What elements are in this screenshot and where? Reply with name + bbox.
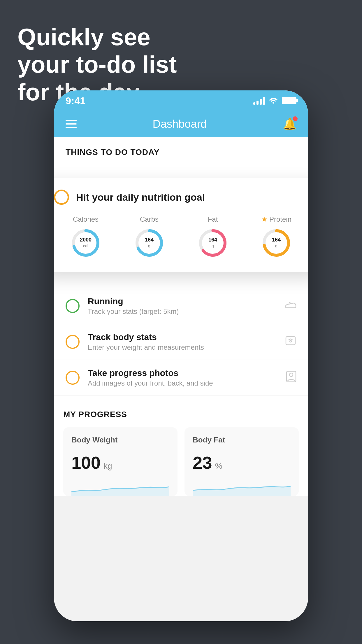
svg-text:164: 164 <box>272 237 281 243</box>
carbs-item: Carbs 164 g <box>133 215 165 259</box>
things-to-do-title: THINGS TO DO TODAY <box>54 137 308 163</box>
status-icons <box>253 96 296 106</box>
body-fat-card: Body Fat 23 % <box>184 427 299 496</box>
signal-icon <box>253 97 265 105</box>
body-fat-title: Body Fat <box>193 435 291 444</box>
carbs-chart: 164 g <box>133 227 165 259</box>
todo-item-running[interactable]: Running Track your stats (target: 5km) <box>54 288 308 324</box>
notification-bell-icon[interactable]: 🔔 <box>283 118 296 130</box>
calories-label: Calories <box>73 215 99 223</box>
svg-point-19 <box>289 373 293 377</box>
calories-chart: 2000 cal <box>70 227 102 259</box>
svg-text:2000: 2000 <box>80 237 92 243</box>
body-fat-value: 23 % <box>193 453 291 473</box>
battery-icon <box>282 97 296 104</box>
app-header: Dashboard 🔔 <box>54 111 308 137</box>
svg-text:164: 164 <box>145 237 154 243</box>
todo-list: Running Track your stats (target: 5km) T… <box>54 288 308 396</box>
nutrition-card-title: Hit your daily nutrition goal <box>76 192 205 203</box>
scale-icon <box>285 335 296 348</box>
progress-section-title: MY PROGRESS <box>63 410 299 419</box>
body-weight-value: 100 kg <box>71 453 169 473</box>
running-name: Running <box>88 296 277 306</box>
status-bar: 9:41 <box>54 90 308 111</box>
wifi-icon <box>268 96 278 106</box>
menu-icon[interactable] <box>66 120 77 128</box>
notification-dot <box>293 116 298 121</box>
running-check-circle[interactable] <box>66 299 80 313</box>
photos-desc: Add images of your front, back, and side <box>88 379 278 387</box>
running-shoe-icon <box>285 300 296 312</box>
app-content: THINGS TO DO TODAY Hit your daily nutrit… <box>54 137 308 496</box>
person-photo-icon <box>286 371 296 385</box>
calories-item: Calories 2000 cal <box>70 215 102 259</box>
carbs-label: Carbs <box>140 215 159 223</box>
svg-text:g: g <box>275 244 277 248</box>
fat-label: Fat <box>208 215 218 223</box>
running-desc: Track your stats (target: 5km) <box>88 307 277 316</box>
body-stats-check-circle[interactable] <box>66 335 80 349</box>
nutrition-card: Hit your daily nutrition goal Calories 2… <box>54 178 308 272</box>
nutrition-check-circle[interactable] <box>54 190 69 205</box>
body-fat-unit: % <box>215 461 222 471</box>
body-stats-text: Track body stats Enter your weight and m… <box>88 332 277 351</box>
nutrition-macros: Calories 2000 cal Carbs 164 g <box>54 215 308 259</box>
photos-name: Take progress photos <box>88 368 278 378</box>
body-fat-number: 23 <box>193 453 212 473</box>
protein-star-icon: ★ <box>261 215 268 223</box>
todo-item-body-stats[interactable]: Track body stats Enter your weight and m… <box>54 324 308 360</box>
todo-item-photos[interactable]: Take progress photos Add images of your … <box>54 360 308 396</box>
fat-chart: 164 g <box>197 227 229 259</box>
body-fat-chart <box>193 479 291 496</box>
photos-check-circle[interactable] <box>66 371 80 385</box>
status-time: 9:41 <box>66 95 85 106</box>
body-weight-title: Body Weight <box>71 435 169 444</box>
fat-item: Fat 164 g <box>197 215 229 259</box>
svg-point-17 <box>290 340 291 342</box>
photos-text: Take progress photos Add images of your … <box>88 368 278 387</box>
body-weight-number: 100 <box>71 453 101 473</box>
protein-label: ★Protein <box>261 215 291 223</box>
svg-text:164: 164 <box>208 237 217 243</box>
body-stats-desc: Enter your weight and measurements <box>88 343 277 351</box>
progress-section: MY PROGRESS Body Weight 100 kg <box>54 396 308 496</box>
nutrition-card-header: Hit your daily nutrition goal <box>54 190 308 205</box>
running-text: Running Track your stats (target: 5km) <box>88 296 277 316</box>
body-weight-unit: kg <box>103 461 112 471</box>
svg-text:cal: cal <box>83 244 88 248</box>
body-weight-card: Body Weight 100 kg <box>63 427 178 496</box>
body-stats-name: Track body stats <box>88 332 277 342</box>
phone-mockup: 9:41 Dashboard 🔔 <box>54 90 308 621</box>
svg-text:g: g <box>212 244 214 248</box>
header-title: Dashboard <box>153 118 207 130</box>
svg-text:g: g <box>148 244 150 248</box>
protein-item: ★Protein 164 g <box>260 215 292 259</box>
body-weight-chart <box>71 479 169 496</box>
progress-cards: Body Weight 100 kg Body Fat <box>63 427 299 496</box>
protein-chart: 164 g <box>260 227 292 259</box>
